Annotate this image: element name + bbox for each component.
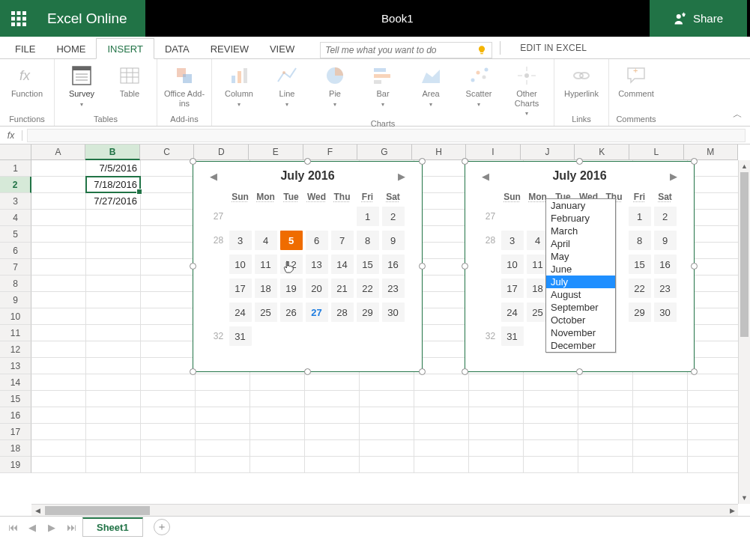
cell-C18[interactable] (141, 440, 196, 457)
ribbon-comment-button[interactable]: +Comment (614, 62, 659, 100)
calendar-day[interactable]: 24 (501, 302, 524, 322)
h-scroll-thumb[interactable] (45, 506, 150, 515)
cell-L14[interactable] (633, 374, 688, 391)
month-option-september[interactable]: September (546, 301, 615, 314)
cell-K18[interactable] (578, 440, 633, 457)
tell-me-search[interactable] (320, 42, 492, 58)
calendar-day[interactable]: 23 (654, 279, 677, 298)
cell-L15[interactable] (633, 391, 688, 407)
ribbon-column-button[interactable]: Column▾ (217, 62, 261, 119)
ribbon-table-button[interactable]: Table (107, 62, 152, 109)
next-month-button[interactable]: ▶ (667, 171, 680, 182)
cell-B2[interactable]: 7/18/2016 (86, 177, 141, 193)
tab-review[interactable]: REVIEW (200, 39, 259, 58)
column-header-I[interactable]: I (466, 144, 521, 159)
sheet-prev-button[interactable]: ◀ (24, 519, 40, 535)
calendar-day[interactable]: 8 (629, 231, 651, 250)
calendar-day[interactable]: 23 (382, 279, 405, 298)
cell-G16[interactable] (360, 407, 414, 424)
calendar-day[interactable] (306, 207, 328, 226)
share-button[interactable]: Share (650, 0, 747, 37)
column-header-F[interactable]: F (303, 144, 358, 159)
sheet-tab-active[interactable]: Sheet1 (82, 517, 143, 537)
cell-C3[interactable] (141, 193, 196, 210)
calendar-day[interactable]: 9 (654, 231, 677, 250)
cell-A18[interactable] (31, 440, 86, 457)
cell-L16[interactable] (633, 407, 688, 424)
select-all-corner[interactable] (0, 144, 31, 159)
calendar-day[interactable] (501, 207, 524, 226)
cell-M16[interactable] (688, 407, 743, 424)
calendar-day[interactable] (629, 326, 651, 346)
calendar-day[interactable]: 31 (229, 326, 252, 346)
cell-C1[interactable] (141, 160, 196, 177)
cell-J17[interactable] (524, 424, 578, 440)
calendar-day[interactable]: 15 (357, 255, 379, 274)
calendar-day[interactable]: 5 (280, 231, 303, 250)
calendar-day[interactable]: 6 (306, 231, 328, 250)
calendar-day[interactable]: 12 (280, 255, 303, 274)
row-header-7[interactable]: 7 (0, 259, 31, 276)
cell-F16[interactable] (305, 407, 360, 424)
cell-C4[interactable] (141, 210, 196, 226)
cell-C12[interactable] (141, 341, 196, 358)
calendar-title[interactable]: July 2016 (552, 169, 606, 183)
calendar-day[interactable]: 2 (654, 207, 677, 226)
calendar-day[interactable] (255, 326, 277, 346)
row-header-9[interactable]: 9 (0, 292, 31, 308)
cell-M5[interactable] (688, 226, 743, 243)
ribbon-office-add-ins-button[interactable]: Office Add-ins (162, 62, 207, 109)
calendar-day[interactable] (280, 207, 303, 226)
cell-I15[interactable] (469, 391, 524, 407)
column-header-B[interactable]: B (85, 144, 140, 160)
cell-D18[interactable] (196, 440, 250, 457)
cell-C5[interactable] (141, 226, 196, 243)
calendar-day[interactable] (229, 207, 252, 226)
cell-C8[interactable] (141, 276, 196, 292)
calendar-day[interactable]: 11 (255, 255, 277, 274)
cell-C16[interactable] (141, 407, 196, 424)
row-header-16[interactable]: 16 (0, 407, 31, 424)
cell-K16[interactable] (578, 407, 633, 424)
cell-F18[interactable] (305, 440, 360, 457)
cell-M8[interactable] (688, 276, 743, 292)
ribbon-bar-button[interactable]: Bar▾ (360, 62, 405, 119)
calendar-day[interactable]: 14 (331, 255, 354, 274)
cell-H17[interactable] (414, 424, 469, 440)
calendar-title[interactable]: July 2016 (280, 169, 334, 183)
cell-G18[interactable] (360, 440, 414, 457)
cell-M2[interactable] (688, 177, 743, 193)
calendar-day[interactable]: 10 (229, 255, 252, 274)
month-option-august[interactable]: August (546, 288, 615, 301)
v-scroll-thumb[interactable] (740, 172, 749, 337)
row-header-4[interactable]: 4 (0, 210, 31, 226)
scroll-up-arrow[interactable]: ▲ (739, 160, 750, 172)
cell-I16[interactable] (469, 407, 524, 424)
cell-E17[interactable] (250, 424, 305, 440)
cell-A10[interactable] (31, 308, 86, 325)
calendar-day[interactable]: 19 (280, 279, 303, 298)
column-header-K[interactable]: K (575, 144, 629, 159)
calendar-day[interactable]: 25 (255, 302, 277, 322)
row-header-3[interactable]: 3 (0, 193, 31, 210)
row-header-5[interactable]: 5 (0, 226, 31, 243)
cell-M18[interactable] (688, 440, 743, 457)
cell-H14[interactable] (414, 374, 469, 391)
cell-B18[interactable] (86, 440, 141, 457)
calendar-day[interactable]: 18 (255, 279, 277, 298)
sheet-last-button[interactable]: ⏭ (63, 519, 79, 535)
add-sheet-button[interactable]: ＋ (154, 519, 170, 535)
cell-A8[interactable] (31, 276, 86, 292)
calendar-day[interactable]: 30 (382, 302, 405, 322)
scroll-left-arrow[interactable]: ◀ (31, 507, 43, 514)
cell-B15[interactable] (86, 391, 141, 407)
cell-B6[interactable] (86, 243, 141, 259)
cell-A19[interactable] (31, 457, 86, 473)
cell-B9[interactable] (86, 292, 141, 308)
formula-input[interactable] (27, 129, 746, 142)
cell-E14[interactable] (250, 374, 305, 391)
calendar-day[interactable]: 20 (306, 279, 328, 298)
sheet-first-button[interactable]: ⏮ (4, 519, 21, 535)
calendar-day[interactable]: 9 (382, 231, 405, 250)
calendar-day[interactable]: 16 (654, 255, 677, 274)
